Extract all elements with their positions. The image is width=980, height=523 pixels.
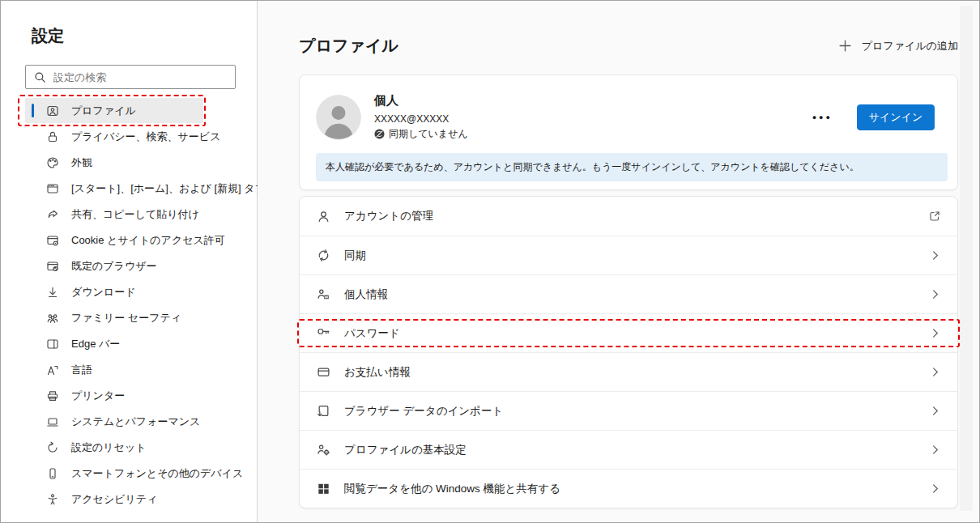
profile-name: 個人 [374,93,811,108]
row-label: 閲覧データを他の Windows 機能と共有する [344,482,560,496]
sidebar-item-label: ダウンロード [71,285,136,300]
chevron-right-icon [929,444,941,456]
row-profile-preferences[interactable]: プロファイルの基本設定 [300,430,957,469]
profile-icon [46,104,59,117]
sidebar-item-label: システムとパフォーマンス [71,415,200,429]
sync-disabled-icon [374,129,385,139]
settings-search[interactable] [25,65,236,89]
download-icon [46,286,59,299]
languages-icon [46,364,59,376]
row-label: 同期 [344,249,366,263]
profile-settings-list: アカウントの管理 同期 個人情報 [299,196,958,508]
start-home-tabs-icon [46,182,59,195]
row-label: パスワード [344,326,400,341]
payment-card-icon [317,365,330,379]
profile-preferences-icon [317,443,330,457]
row-label: アカウントの管理 [344,209,433,223]
sidebar-item-label: プロファイル [71,104,136,118]
windows-logo-icon [317,482,330,495]
printer-icon [46,389,59,402]
sidebar-item-label: Cookie とサイトのアクセス許可 [71,233,225,248]
import-browser-data-icon [317,404,330,418]
more-options-button[interactable]: ●●● [811,108,834,126]
chevron-right-icon [929,405,941,417]
reset-settings-icon [46,441,59,454]
sync-icon [317,249,330,262]
chevron-right-icon [929,327,941,339]
edge-bar-icon [46,338,59,351]
sidebar-item-label: 共有、コピーして貼り付け [71,207,199,222]
row-label: プロファイルの基本設定 [344,443,467,457]
row-sync[interactable]: 同期 [300,236,957,274]
sidebar-item-family-safety[interactable]: ファミリー セーフティ [25,305,203,330]
appearance-palette-icon [46,156,59,169]
sidebar-item-start-home-tabs[interactable]: [スタート]、[ホーム]、および [新規] タブ [25,176,203,201]
chevron-right-icon [929,249,941,262]
row-payment-info[interactable]: お支払い情報 [300,352,957,391]
row-label: 個人情報 [344,287,388,302]
sidebar-item-label: アクセシビリティ [71,492,157,507]
chevron-right-icon [929,483,941,495]
sidebar-item-printers[interactable]: プリンター [25,383,203,408]
sidebar-item-edge-bar[interactable]: Edge バー [25,331,203,356]
settings-sidebar: 設定 プロファイル プライバシー、検索、サービス [1,1,258,522]
page-title: プロファイル [299,35,398,57]
personal-info-icon [317,287,330,301]
sidebar-item-system-performance[interactable]: システムとパフォーマンス [25,409,203,434]
account-person-icon [317,210,330,223]
row-passwords[interactable]: パスワード [300,313,957,352]
sidebar-item-default-browser[interactable]: 既定のブラウザー [25,253,203,279]
accessibility-icon [46,493,59,506]
sidebar-item-appearance[interactable]: 外観 [25,150,203,175]
phone-devices-icon [46,467,59,480]
plus-icon [838,39,852,53]
row-personal-info[interactable]: 個人情報 [300,274,957,313]
sidebar-item-languages[interactable]: 言語 [25,357,203,382]
sidebar-item-reset-settings[interactable]: 設定のリセット [25,435,203,460]
sync-notice-banner: 本人確認が必要であるため、アカウントと同期できません。もう一度サインインして、ア… [316,153,948,181]
system-performance-icon [46,415,59,428]
sidebar-item-label: ファミリー セーフティ [71,311,181,325]
row-share-browsing-data-windows[interactable]: 閲覧データを他の Windows 機能と共有する [300,469,957,508]
sidebar-item-label: スマートフォンとその他のデバイス [71,466,243,481]
add-profile-button[interactable]: プロファイルの追加 [838,39,958,53]
sidebar-item-label: 言語 [71,363,92,377]
default-browser-icon [46,260,59,273]
search-icon [34,71,46,83]
add-profile-label: プロファイルの追加 [862,39,958,53]
row-label: ブラウザー データのインポート [344,404,503,419]
settings-nav: プロファイル プライバシー、検索、サービス 外観 [スタート]、[ホーム]、およ… [1,98,257,512]
chevron-right-icon [929,288,941,300]
edge-settings-window: 設定 プロファイル プライバシー、検索、サービス [0,0,980,523]
privacy-lock-icon [46,130,59,143]
sidebar-item-label: 既定のブラウザー [71,259,157,274]
sidebar-item-privacy[interactable]: プライバシー、検索、サービス [25,124,203,149]
profile-card: 個人 XXXXX@XXXXX 同期していません ●●● サインイン 本人確認が必… [299,74,958,190]
sidebar-item-phone-devices[interactable]: スマートフォンとその他のデバイス [25,461,203,486]
row-manage-account[interactable]: アカウントの管理 [300,197,957,236]
search-input[interactable] [53,71,228,83]
sidebar-item-label: 外観 [71,155,92,170]
sidebar-item-label: [スタート]、[ホーム]、および [新規] タブ [71,181,266,196]
sidebar-item-label: Edge バー [71,337,120,351]
sidebar-item-share-copy-paste[interactable]: 共有、コピーして貼り付け [25,202,203,227]
sidebar-item-label: プリンター [71,389,125,403]
avatar [316,95,361,140]
sidebar-item-accessibility[interactable]: アクセシビリティ [25,487,203,512]
profiles-panel: プロファイル プロファイルの追加 個人 XXXXX@XXXXX [258,1,979,522]
cookies-site-permissions-icon [46,234,59,247]
scrollbar[interactable] [960,6,973,511]
password-key-icon [317,326,330,340]
sidebar-item-profiles[interactable]: プロファイル [25,98,203,123]
settings-title: 設定 [32,25,257,47]
sidebar-item-label: プライバシー、検索、サービス [71,130,220,144]
sign-in-button[interactable]: サインイン [857,104,935,130]
chevron-right-icon [929,366,941,378]
sidebar-item-label: 設定のリセット [71,440,147,455]
share-copy-paste-icon [46,208,59,221]
sidebar-item-downloads[interactable]: ダウンロード [25,279,203,304]
row-import-browser-data[interactable]: ブラウザー データのインポート [300,391,957,430]
sidebar-item-cookies-permissions[interactable]: Cookie とサイトのアクセス許可 [25,227,203,253]
external-link-icon [928,210,941,223]
row-label: お支払い情報 [344,365,411,380]
